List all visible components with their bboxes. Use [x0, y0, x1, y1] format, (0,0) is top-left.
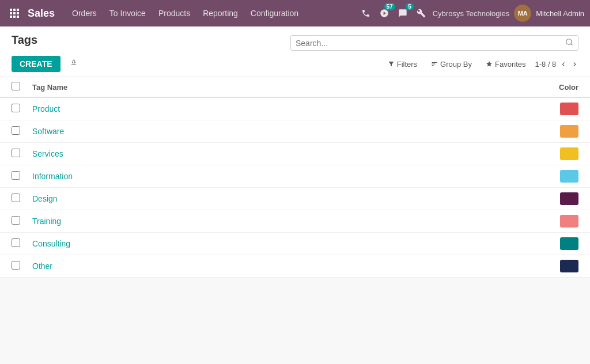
row-color-col: [532, 260, 578, 272]
row-checkbox-col: [12, 216, 32, 226]
table-row[interactable]: Software: [0, 120, 590, 143]
row-color-col: [532, 215, 578, 227]
main-menu: Orders To Invoice Products Reporting Con…: [66, 5, 359, 21]
search-bar: [290, 35, 578, 51]
username[interactable]: Mitchell Admin: [536, 9, 584, 18]
row-tagname: Services: [32, 149, 532, 158]
row-checkbox-col: [12, 261, 32, 271]
table-row[interactable]: Training: [0, 210, 590, 233]
table-row[interactable]: Product: [0, 98, 590, 120]
page-top-area: Tags CREATE Filters Group By Favorites: [0, 26, 590, 77]
tags-table: Tag Name Color Product Software Services…: [0, 77, 590, 278]
row-checkbox[interactable]: [12, 194, 20, 202]
row-tagname: Consulting: [32, 239, 532, 248]
filters-label: Filters: [397, 60, 417, 69]
search-icon: [565, 38, 573, 48]
row-color-col: [532, 170, 578, 183]
pagination-prev[interactable]: ‹: [559, 58, 567, 70]
menu-to-invoice[interactable]: To Invoice: [104, 5, 152, 21]
company-name[interactable]: Cybrosys Technologies: [433, 9, 509, 18]
row-checkbox-col: [12, 171, 32, 181]
favorites-label: Favorites: [495, 60, 525, 69]
table-body: Product Software Services Information: [0, 98, 590, 278]
messages-icon[interactable]: 5: [396, 6, 410, 20]
menu-configuration[interactable]: Configuration: [245, 5, 304, 21]
row-checkbox[interactable]: [12, 104, 20, 112]
filters-button[interactable]: Filters: [383, 58, 422, 71]
search-input[interactable]: [296, 39, 565, 48]
row-checkbox[interactable]: [12, 261, 20, 270]
table-row[interactable]: Information: [0, 165, 590, 188]
color-swatch: [560, 192, 578, 205]
row-tagname: Information: [32, 172, 532, 181]
svg-rect-3: [10, 12, 12, 14]
table-row[interactable]: Design: [0, 188, 590, 210]
svg-rect-7: [13, 16, 16, 18]
row-color-col: [532, 192, 578, 205]
row-color-col: [532, 125, 578, 138]
row-checkbox-col: [12, 126, 32, 136]
svg-rect-5: [17, 12, 19, 14]
row-color-col: [532, 147, 578, 160]
toolbar: CREATE Filters Group By Favorites 1-8 / …: [0, 52, 590, 77]
messages-badge: 5: [406, 3, 414, 10]
table-header: Tag Name Color: [0, 77, 590, 98]
select-all-checkbox[interactable]: [12, 82, 20, 90]
row-checkbox-col: [12, 149, 32, 159]
color-swatch: [560, 147, 578, 160]
color-swatch: [560, 215, 578, 227]
row-checkbox[interactable]: [12, 216, 20, 225]
create-button[interactable]: CREATE: [12, 56, 60, 72]
wrench-icon[interactable]: [414, 6, 428, 20]
color-swatch: [560, 125, 578, 138]
svg-rect-2: [17, 9, 19, 11]
table-row[interactable]: Consulting: [0, 233, 590, 255]
groupby-button[interactable]: Group By: [426, 58, 476, 71]
row-checkbox-col: [12, 238, 32, 249]
menu-products[interactable]: Products: [153, 5, 196, 21]
svg-rect-0: [10, 9, 12, 11]
activity-icon[interactable]: 57: [377, 6, 391, 20]
page-title: Tags: [12, 33, 37, 47]
avatar[interactable]: MA: [514, 5, 531, 22]
activity-badge: 57: [384, 3, 395, 10]
row-tagname: Product: [32, 104, 532, 113]
pagination: 1-8 / 8 ‹ ›: [535, 58, 578, 70]
header-checkbox-col: [12, 82, 32, 92]
menu-reporting[interactable]: Reporting: [197, 5, 244, 21]
phone-icon[interactable]: [359, 6, 373, 20]
table-row[interactable]: Services: [0, 143, 590, 165]
row-checkbox[interactable]: [12, 149, 20, 157]
svg-rect-6: [10, 16, 12, 18]
apps-menu-icon[interactable]: [6, 5, 23, 22]
color-swatch: [560, 103, 578, 115]
row-checkbox-col: [12, 104, 32, 114]
svg-rect-8: [17, 16, 19, 18]
top-navigation: Sales Orders To Invoice Products Reporti…: [0, 0, 590, 26]
menu-orders[interactable]: Orders: [66, 5, 103, 21]
pagination-next[interactable]: ›: [571, 58, 578, 70]
row-tagname: Training: [32, 217, 532, 226]
col-tagname-header: Tag Name: [32, 83, 532, 92]
row-tagname: Software: [32, 127, 532, 136]
row-checkbox[interactable]: [12, 126, 20, 135]
svg-rect-1: [13, 9, 16, 11]
row-tagname: Other: [32, 261, 532, 271]
row-checkbox[interactable]: [12, 238, 20, 247]
color-swatch: [560, 170, 578, 183]
row-tagname: Design: [32, 194, 532, 203]
row-checkbox-col: [12, 194, 32, 204]
row-color-col: [532, 237, 578, 250]
row-color-col: [532, 103, 578, 115]
svg-rect-4: [13, 12, 16, 14]
brand-label[interactable]: Sales: [28, 7, 55, 20]
row-checkbox[interactable]: [12, 171, 20, 180]
favorites-button[interactable]: Favorites: [481, 58, 530, 71]
download-button[interactable]: [65, 56, 82, 71]
color-swatch: [560, 237, 578, 250]
groupby-label: Group By: [440, 60, 472, 69]
topnav-right: 57 5 Cybrosys Technologies MA Mitchell A…: [359, 5, 584, 22]
table-row[interactable]: Other: [0, 255, 590, 278]
page-background: [0, 278, 590, 364]
pagination-text: 1-8 / 8: [535, 60, 556, 69]
